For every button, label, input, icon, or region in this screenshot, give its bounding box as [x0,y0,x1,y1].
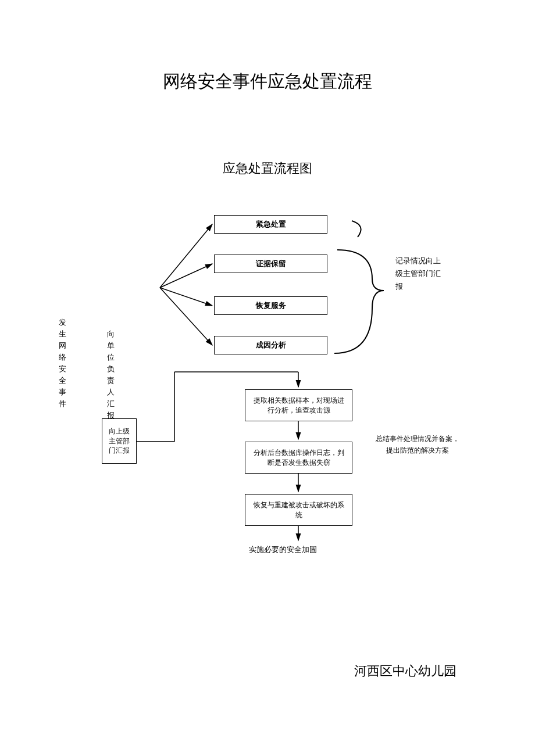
svg-line-3 [160,288,212,345]
left-label-incident: 发生网络安全事件 [58,317,66,410]
svg-line-2 [160,288,212,306]
box-analysis: 成因分析 [214,336,327,354]
box-restore-system: 恢复与重建被攻击或破坏的系统 [245,494,352,526]
svg-line-0 [160,224,212,288]
bottom-label-harden: 实施必要的安全加固 [249,544,317,555]
flowchart-connectors [0,0,535,756]
box-analyze-logs: 分析后台数据库操作日志，判断是否发生数据失窃 [245,442,352,474]
side-note-summary: 总结事件处理情况并备案，提出防范的解决方案 [374,433,461,456]
footer-org: 河西区中心幼儿园 [354,662,456,680]
page-title: 网络安全事件应急处置流程 [0,70,535,94]
left-label-report-unit: 向单位负责人汇报 [106,328,115,421]
box-extract-samples: 提取相关数据样本，对现场进行分析，追查攻击源 [245,389,352,421]
box-evidence: 证据保留 [214,255,327,273]
side-note-record: 记录情况向上级主管部门汇报 [395,255,442,293]
box-recovery: 恢复服务 [214,296,327,315]
svg-line-1 [160,264,212,288]
diagram-subtitle: 应急处置流程图 [0,160,535,177]
box-report-superior: 向上级主管部门汇报 [102,418,137,464]
box-emergency: 紧急处置 [214,215,327,234]
